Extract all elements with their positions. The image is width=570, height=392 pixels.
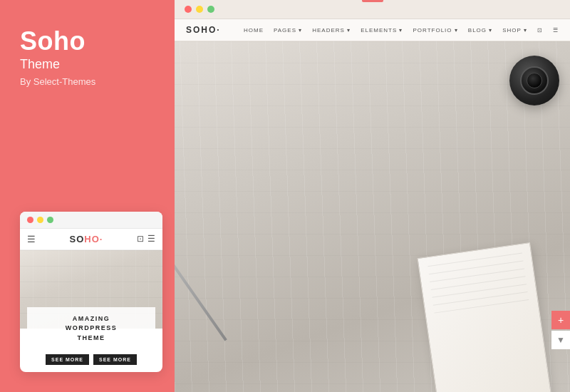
nav-portfolio[interactable]: PORTFOLIO ▾ (413, 27, 457, 33)
mobile-nav-icons: ⊡ ☰ (137, 234, 155, 244)
mobile-hero-text: AMAZINGWORDPRESSTHEME (33, 314, 150, 344)
notebook-lines (428, 253, 542, 392)
dot-red (27, 217, 33, 223)
desktop-dot-red (185, 6, 192, 13)
nav-elements[interactable]: ELEMENTS ▾ (361, 27, 403, 33)
desktop-nav-links: HOME PAGES ▾ HEADERS ▾ ELEMENTS ▾ PORTFO… (244, 27, 559, 33)
notebook-line (433, 292, 528, 306)
nav-cart-icon[interactable]: ⊡ (537, 27, 543, 33)
notebook-line (429, 261, 524, 275)
scroll-down-button[interactable]: ▼ (551, 331, 570, 349)
camera-prop (509, 56, 559, 105)
logo-accent: HO· (84, 234, 103, 244)
dot-green (47, 217, 53, 223)
desktop-preview-panel: SOHO· HOME PAGES ▾ HEADERS ▾ ELEMENTS ▾ … (175, 0, 570, 392)
side-buttons: + ▼ (551, 311, 570, 349)
nav-shop[interactable]: SHOP ▾ (502, 27, 527, 33)
notebook-line (431, 276, 526, 290)
nav-blog[interactable]: BLOG ▾ (468, 27, 492, 33)
notebook-prop (417, 242, 551, 392)
mobile-preview-card: ☰ SOHO· ⊡ ☰ AMAZINGWORDPRESSTHEME SEE MO… (20, 212, 162, 373)
mobile-preview-buttons: SEE MORE SEE MORE (20, 354, 162, 372)
accent-bar (362, 0, 383, 2)
camera-lens (527, 73, 542, 88)
theme-by: By Select-Themes (20, 76, 155, 87)
desktop-nav-logo: SOHO· (186, 25, 221, 35)
left-panel: Soho Theme By Select-Themes ☰ SOHO· ⊡ ☰ … (0, 0, 175, 392)
dot-yellow (37, 217, 43, 223)
see-more-button-1[interactable]: SEE MORE (46, 354, 89, 365)
desktop-dot-yellow (196, 6, 203, 13)
notebook-line (430, 268, 524, 282)
desktop-hero: + ▼ (175, 41, 570, 392)
desktop-nav: SOHO· HOME PAGES ▾ HEADERS ▾ ELEMENTS ▾ … (175, 19, 570, 41)
add-button[interactable]: + (551, 311, 570, 329)
see-more-button-2[interactable]: SEE MORE (93, 354, 137, 365)
desktop-titlebar (175, 0, 570, 19)
notebook-line (434, 299, 529, 314)
menu-icon[interactable]: ☰ (147, 234, 155, 244)
mobile-nav: ☰ SOHO· ⊡ ☰ (20, 229, 162, 250)
nav-pages[interactable]: PAGES ▾ (274, 27, 302, 33)
notebook-line (432, 284, 527, 298)
mobile-titlebar (20, 212, 162, 229)
cart-icon[interactable]: ⊡ (137, 234, 144, 244)
mobile-nav-logo: SOHO· (70, 234, 103, 244)
theme-title: Soho (20, 27, 155, 56)
hamburger-icon[interactable]: ☰ (27, 234, 36, 244)
notebook-line (428, 253, 522, 267)
theme-subtitle: Theme (20, 57, 155, 72)
nav-headers[interactable]: HEADERS ▾ (312, 27, 351, 33)
mobile-textbox: AMAZINGWORDPRESSTHEME (27, 307, 155, 349)
desktop-dot-green (207, 6, 214, 13)
camera-inner (520, 66, 549, 95)
nav-home[interactable]: HOME (244, 27, 264, 33)
nav-menu-icon[interactable]: ☰ (553, 27, 559, 33)
